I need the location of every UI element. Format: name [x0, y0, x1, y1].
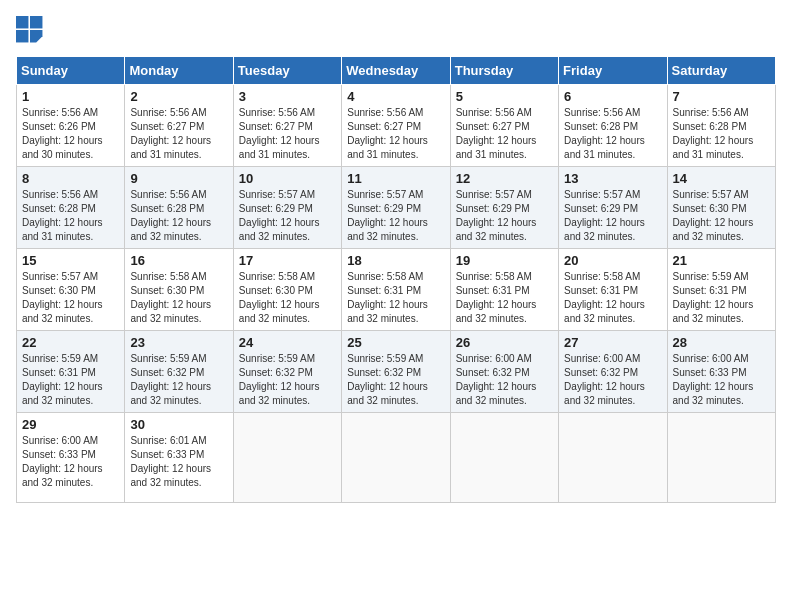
weekday-header: Sunday	[17, 57, 125, 85]
day-number: 23	[130, 335, 227, 350]
day-number: 18	[347, 253, 444, 268]
day-number: 8	[22, 171, 119, 186]
day-info: Sunrise: 5:57 AM Sunset: 6:30 PM Dayligh…	[22, 270, 119, 326]
calendar-day-cell: 20Sunrise: 5:58 AM Sunset: 6:31 PM Dayli…	[559, 249, 667, 331]
day-info: Sunrise: 5:57 AM Sunset: 6:30 PM Dayligh…	[673, 188, 770, 244]
day-number: 2	[130, 89, 227, 104]
day-number: 9	[130, 171, 227, 186]
calendar-day-cell: 12Sunrise: 5:57 AM Sunset: 6:29 PM Dayli…	[450, 167, 558, 249]
calendar-week-row: 22Sunrise: 5:59 AM Sunset: 6:31 PM Dayli…	[17, 331, 776, 413]
calendar-day-cell: 29Sunrise: 6:00 AM Sunset: 6:33 PM Dayli…	[17, 413, 125, 503]
calendar-day-cell: 14Sunrise: 5:57 AM Sunset: 6:30 PM Dayli…	[667, 167, 775, 249]
calendar-day-cell: 11Sunrise: 5:57 AM Sunset: 6:29 PM Dayli…	[342, 167, 450, 249]
day-number: 25	[347, 335, 444, 350]
day-info: Sunrise: 5:56 AM Sunset: 6:27 PM Dayligh…	[456, 106, 553, 162]
day-info: Sunrise: 5:58 AM Sunset: 6:31 PM Dayligh…	[456, 270, 553, 326]
day-info: Sunrise: 5:57 AM Sunset: 6:29 PM Dayligh…	[564, 188, 661, 244]
calendar-day-cell: 22Sunrise: 5:59 AM Sunset: 6:31 PM Dayli…	[17, 331, 125, 413]
calendar-day-cell: 2Sunrise: 5:56 AM Sunset: 6:27 PM Daylig…	[125, 85, 233, 167]
calendar-day-cell: 25Sunrise: 5:59 AM Sunset: 6:32 PM Dayli…	[342, 331, 450, 413]
weekday-header: Tuesday	[233, 57, 341, 85]
day-number: 20	[564, 253, 661, 268]
calendar-day-cell: 13Sunrise: 5:57 AM Sunset: 6:29 PM Dayli…	[559, 167, 667, 249]
calendar-day-cell: 30Sunrise: 6:01 AM Sunset: 6:33 PM Dayli…	[125, 413, 233, 503]
day-info: Sunrise: 6:00 AM Sunset: 6:32 PM Dayligh…	[564, 352, 661, 408]
day-info: Sunrise: 5:56 AM Sunset: 6:27 PM Dayligh…	[347, 106, 444, 162]
day-number: 27	[564, 335, 661, 350]
page-header	[16, 16, 776, 44]
day-number: 16	[130, 253, 227, 268]
day-info: Sunrise: 5:58 AM Sunset: 6:30 PM Dayligh…	[130, 270, 227, 326]
day-info: Sunrise: 5:56 AM Sunset: 6:26 PM Dayligh…	[22, 106, 119, 162]
day-info: Sunrise: 5:58 AM Sunset: 6:30 PM Dayligh…	[239, 270, 336, 326]
day-info: Sunrise: 5:56 AM Sunset: 6:27 PM Dayligh…	[130, 106, 227, 162]
day-number: 7	[673, 89, 770, 104]
day-info: Sunrise: 5:59 AM Sunset: 6:32 PM Dayligh…	[347, 352, 444, 408]
calendar-day-cell: 26Sunrise: 6:00 AM Sunset: 6:32 PM Dayli…	[450, 331, 558, 413]
day-number: 17	[239, 253, 336, 268]
day-number: 29	[22, 417, 119, 432]
day-info: Sunrise: 5:57 AM Sunset: 6:29 PM Dayligh…	[347, 188, 444, 244]
day-info: Sunrise: 6:01 AM Sunset: 6:33 PM Dayligh…	[130, 434, 227, 490]
calendar-day-cell: 21Sunrise: 5:59 AM Sunset: 6:31 PM Dayli…	[667, 249, 775, 331]
weekday-header: Monday	[125, 57, 233, 85]
day-info: Sunrise: 5:59 AM Sunset: 6:32 PM Dayligh…	[130, 352, 227, 408]
calendar-week-row: 15Sunrise: 5:57 AM Sunset: 6:30 PM Dayli…	[17, 249, 776, 331]
day-number: 5	[456, 89, 553, 104]
day-number: 3	[239, 89, 336, 104]
day-number: 21	[673, 253, 770, 268]
calendar-day-cell: 1Sunrise: 5:56 AM Sunset: 6:26 PM Daylig…	[17, 85, 125, 167]
day-info: Sunrise: 6:00 AM Sunset: 6:33 PM Dayligh…	[673, 352, 770, 408]
logo-icon	[16, 16, 44, 44]
calendar-day-cell: 28Sunrise: 6:00 AM Sunset: 6:33 PM Dayli…	[667, 331, 775, 413]
calendar-table: SundayMondayTuesdayWednesdayThursdayFrid…	[16, 56, 776, 503]
calendar-day-cell	[342, 413, 450, 503]
day-info: Sunrise: 5:56 AM Sunset: 6:27 PM Dayligh…	[239, 106, 336, 162]
day-info: Sunrise: 5:56 AM Sunset: 6:28 PM Dayligh…	[673, 106, 770, 162]
svg-rect-0	[16, 16, 28, 28]
day-info: Sunrise: 5:59 AM Sunset: 6:32 PM Dayligh…	[239, 352, 336, 408]
day-info: Sunrise: 5:58 AM Sunset: 6:31 PM Dayligh…	[347, 270, 444, 326]
calendar-day-cell: 23Sunrise: 5:59 AM Sunset: 6:32 PM Dayli…	[125, 331, 233, 413]
calendar-day-cell: 15Sunrise: 5:57 AM Sunset: 6:30 PM Dayli…	[17, 249, 125, 331]
day-number: 4	[347, 89, 444, 104]
svg-marker-3	[30, 30, 42, 42]
calendar-day-cell: 24Sunrise: 5:59 AM Sunset: 6:32 PM Dayli…	[233, 331, 341, 413]
calendar-day-cell: 3Sunrise: 5:56 AM Sunset: 6:27 PM Daylig…	[233, 85, 341, 167]
calendar-day-cell: 17Sunrise: 5:58 AM Sunset: 6:30 PM Dayli…	[233, 249, 341, 331]
weekday-header: Wednesday	[342, 57, 450, 85]
calendar-day-cell: 9Sunrise: 5:56 AM Sunset: 6:28 PM Daylig…	[125, 167, 233, 249]
calendar-day-cell: 10Sunrise: 5:57 AM Sunset: 6:29 PM Dayli…	[233, 167, 341, 249]
day-number: 22	[22, 335, 119, 350]
day-number: 10	[239, 171, 336, 186]
day-number: 26	[456, 335, 553, 350]
day-number: 11	[347, 171, 444, 186]
weekday-header: Friday	[559, 57, 667, 85]
calendar-week-row: 1Sunrise: 5:56 AM Sunset: 6:26 PM Daylig…	[17, 85, 776, 167]
calendar-day-cell: 19Sunrise: 5:58 AM Sunset: 6:31 PM Dayli…	[450, 249, 558, 331]
day-info: Sunrise: 5:58 AM Sunset: 6:31 PM Dayligh…	[564, 270, 661, 326]
day-number: 12	[456, 171, 553, 186]
day-number: 28	[673, 335, 770, 350]
day-number: 13	[564, 171, 661, 186]
day-info: Sunrise: 5:56 AM Sunset: 6:28 PM Dayligh…	[22, 188, 119, 244]
calendar-day-cell	[450, 413, 558, 503]
day-info: Sunrise: 6:00 AM Sunset: 6:32 PM Dayligh…	[456, 352, 553, 408]
calendar-day-cell: 8Sunrise: 5:56 AM Sunset: 6:28 PM Daylig…	[17, 167, 125, 249]
day-info: Sunrise: 5:59 AM Sunset: 6:31 PM Dayligh…	[673, 270, 770, 326]
weekday-header-row: SundayMondayTuesdayWednesdayThursdayFrid…	[17, 57, 776, 85]
calendar-week-row: 8Sunrise: 5:56 AM Sunset: 6:28 PM Daylig…	[17, 167, 776, 249]
day-number: 30	[130, 417, 227, 432]
day-info: Sunrise: 5:56 AM Sunset: 6:28 PM Dayligh…	[130, 188, 227, 244]
weekday-header: Saturday	[667, 57, 775, 85]
calendar-day-cell: 4Sunrise: 5:56 AM Sunset: 6:27 PM Daylig…	[342, 85, 450, 167]
calendar-day-cell: 16Sunrise: 5:58 AM Sunset: 6:30 PM Dayli…	[125, 249, 233, 331]
day-info: Sunrise: 6:00 AM Sunset: 6:33 PM Dayligh…	[22, 434, 119, 490]
day-number: 14	[673, 171, 770, 186]
calendar-day-cell: 18Sunrise: 5:58 AM Sunset: 6:31 PM Dayli…	[342, 249, 450, 331]
day-number: 15	[22, 253, 119, 268]
calendar-day-cell	[233, 413, 341, 503]
weekday-header: Thursday	[450, 57, 558, 85]
calendar-day-cell: 7Sunrise: 5:56 AM Sunset: 6:28 PM Daylig…	[667, 85, 775, 167]
calendar-day-cell: 6Sunrise: 5:56 AM Sunset: 6:28 PM Daylig…	[559, 85, 667, 167]
